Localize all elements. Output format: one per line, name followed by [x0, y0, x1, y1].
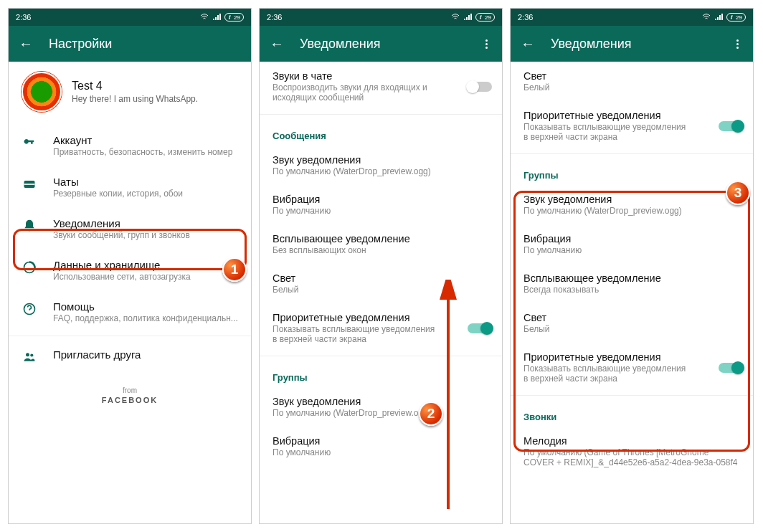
setting-title: Звук уведомления: [272, 396, 489, 407]
appbar-title: Уведомления: [551, 37, 632, 52]
setting-grp-priority[interactable]: Приоритетные уведомления Показывать вспл…: [511, 343, 753, 392]
menu-sub: Использование сети, автозагрузка: [53, 272, 191, 282]
menu-item-help[interactable]: ПомощьFAQ, поддержка, политика конфиденц…: [9, 291, 251, 333]
menu-item-invite[interactable]: Пригласить друга: [9, 339, 251, 374]
menu-item-chats[interactable]: ЧатыРезервные копии, история, обои: [9, 166, 251, 208]
toggle-msg-priority[interactable]: [719, 121, 743, 131]
people-icon: [22, 350, 37, 364]
setting-msg-sound[interactable]: Звук уведомления По умолчанию (WaterDrop…: [260, 146, 502, 185]
wifi-icon: [200, 13, 209, 22]
setting-title: Звук уведомления: [272, 154, 489, 166]
wifi-icon: [702, 13, 711, 22]
setting-sub: По умолчанию (WaterDrop_preview.ogg): [523, 206, 740, 216]
setting-title: Вибрация: [272, 194, 489, 205]
setting-title: Свет: [523, 70, 740, 82]
toggle-chat-sounds[interactable]: [468, 82, 492, 92]
setting-grp-sound[interactable]: Звук уведомления По умолчанию (WaterDrop…: [260, 387, 502, 427]
setting-grp-sound[interactable]: Звук уведомления По умолчанию (WaterDrop…: [511, 185, 753, 224]
callout-badge-2: 2: [419, 402, 443, 426]
status-time: 2:36: [16, 13, 31, 22]
back-arrow-icon[interactable]: ←: [270, 36, 284, 52]
setting-msg-priority[interactable]: Приоритетные уведомления Показывать вспл…: [511, 101, 753, 151]
divider: [511, 395, 753, 396]
svg-rect-6: [24, 184, 35, 185]
more-menu-icon[interactable]: [481, 35, 492, 53]
screenshot-2-notifications: 2:36 29 ← Уведомления Звуки в чате Воспр…: [260, 9, 502, 523]
menu-sub: Приватность, безопасность, изменить номе…: [53, 147, 232, 157]
setting-title: Звук уведомления: [523, 194, 740, 205]
setting-sub: Показывать всплывающие уведомления в вер…: [523, 122, 688, 142]
svg-point-0: [37, 87, 46, 96]
menu-sub: Звуки сообщений, групп и звонков: [53, 230, 190, 240]
footer-from: from: [9, 386, 251, 394]
menu-title: Аккаунт: [53, 134, 232, 146]
more-menu-icon[interactable]: [732, 35, 743, 53]
svg-point-2: [39, 97, 45, 103]
toggle-grp-priority[interactable]: [719, 363, 743, 373]
setting-msg-light[interactable]: Свет Белый: [511, 62, 753, 101]
key-icon: [22, 136, 37, 150]
app-bar: ← Уведомления: [260, 26, 502, 62]
menu-title: Чаты: [53, 176, 183, 188]
setting-sub: По умолчанию (WaterDrop_preview.ogg): [272, 166, 489, 176]
toggle-msg-priority[interactable]: [468, 323, 492, 333]
app-bar: ← Уведомления: [511, 26, 753, 62]
callout-badge-1: 1: [222, 257, 247, 282]
setting-sub: Белый: [523, 82, 740, 92]
signal-icon: [212, 13, 221, 22]
profile-row[interactable]: Test 4 Hey there! I am using WhatsApp.: [9, 62, 251, 125]
data-usage-icon: [22, 260, 37, 275]
battery-indicator: 29: [475, 13, 495, 22]
setting-grp-vibration[interactable]: Вибрация По умолчанию: [260, 427, 502, 466]
screenshot-3-notifications-scrolled: 2:36 29 ← Уведомления Свет Белый Приорит…: [511, 9, 753, 523]
setting-title: Вибрация: [272, 435, 489, 447]
menu-item-notifications[interactable]: УведомленияЗвуки сообщений, групп и звон…: [9, 208, 251, 250]
setting-title: Всплывающее уведомление: [523, 272, 740, 284]
status-bar: 2:36 29: [9, 9, 251, 26]
setting-title: Приоритетные уведомления: [523, 110, 740, 121]
divider: [9, 336, 251, 336]
setting-chat-sounds[interactable]: Звуки в чате Воспроизводить звуки для вх…: [260, 62, 502, 111]
setting-sub: Показывать всплывающие уведомления в вер…: [523, 364, 688, 384]
setting-title: Звуки в чате: [272, 70, 489, 82]
footer-vendor: FACEBOOK: [9, 396, 251, 404]
profile-status: Hey there! I am using WhatsApp.: [72, 94, 198, 104]
app-bar: ← Настройки: [9, 26, 251, 62]
setting-sub: По умолчанию: [272, 206, 489, 216]
setting-sub: Всегда показывать: [523, 285, 740, 295]
back-arrow-icon[interactable]: ←: [19, 36, 33, 52]
signal-icon: [463, 13, 472, 22]
battery-indicator: 29: [726, 13, 746, 22]
setting-title: Приоритетные уведомления: [272, 312, 489, 323]
setting-grp-popup[interactable]: Всплывающее уведомление Всегда показыват…: [511, 264, 753, 303]
svg-point-9: [26, 353, 29, 356]
menu-title: Помощь: [53, 300, 238, 313]
back-arrow-icon[interactable]: ←: [521, 36, 535, 52]
menu-title: Данные и хранилище: [53, 259, 191, 271]
menu-item-data[interactable]: Данные и хранилищеИспользование сети, ав…: [9, 250, 251, 291]
bell-icon: [22, 219, 37, 233]
setting-sub: По умолчанию (Game of Thrones [MetroGnom…: [523, 447, 740, 467]
setting-call-melody[interactable]: Мелодия По умолчанию (Game of Thrones [M…: [511, 427, 753, 476]
svg-point-1: [39, 81, 45, 87]
menu-title: Пригласить друга: [53, 348, 141, 361]
setting-sub: Белый: [523, 324, 740, 334]
setting-msg-priority[interactable]: Приоритетные уведомления Показывать вспл…: [260, 303, 502, 353]
appbar-title: Уведомления: [300, 37, 381, 52]
status-bar: 2:36 29: [511, 9, 753, 26]
signal-icon: [714, 13, 723, 22]
svg-point-3: [31, 89, 37, 95]
avatar: [22, 72, 62, 112]
setting-msg-vibration[interactable]: Вибрация По умолчанию: [260, 185, 502, 224]
setting-title: Мелодия: [523, 435, 740, 447]
section-header-groups: Группы: [260, 359, 502, 387]
setting-title: Свет: [272, 272, 489, 284]
setting-grp-light[interactable]: Свет Белый: [511, 303, 753, 343]
setting-msg-light[interactable]: Свет Белый: [260, 264, 502, 303]
setting-title: Всплывающее уведомление: [272, 233, 489, 244]
chat-icon: [22, 177, 37, 191]
menu-item-account[interactable]: АккаунтПриватность, безопасность, измени…: [9, 125, 251, 166]
setting-grp-vibration[interactable]: Вибрация По умолчанию: [511, 224, 753, 264]
menu-sub: Резервные копии, история, обои: [53, 189, 183, 199]
setting-msg-popup[interactable]: Всплывающее уведомление Без всплывающих …: [260, 224, 502, 264]
